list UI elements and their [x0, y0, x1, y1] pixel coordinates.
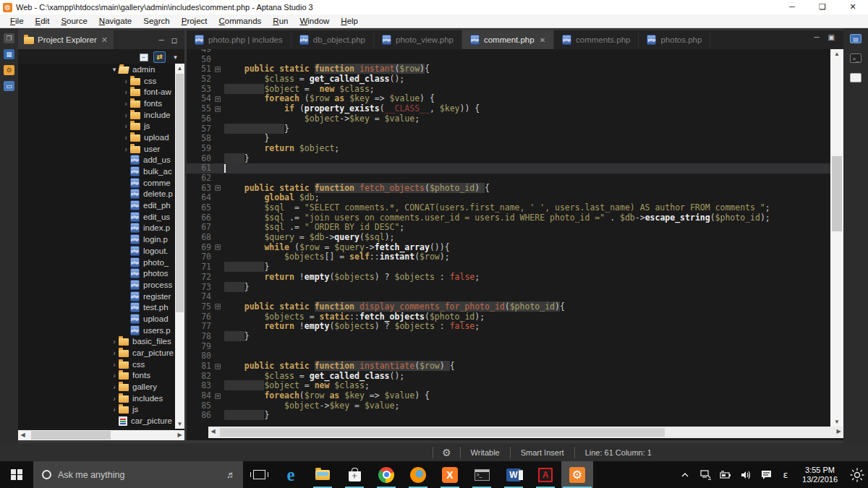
code-line-70[interactable]: 70 $objects[] = self::instant($row);	[187, 252, 830, 262]
expand-arrow-icon[interactable]: ›	[122, 133, 130, 142]
expand-arrow-icon[interactable]: ›	[110, 371, 119, 380]
menu-source[interactable]: Source	[55, 15, 93, 27]
collapse-all-icon[interactable]: −	[137, 51, 150, 63]
taskbar-app-firefox[interactable]	[402, 461, 434, 488]
menu-edit[interactable]: Edit	[30, 15, 56, 27]
editor-vertical-scrollbar[interactable]: ▲ ▼	[830, 49, 843, 427]
fold-marker-icon[interactable]: −	[215, 185, 221, 191]
microphone-icon[interactable]: ♬	[226, 469, 236, 480]
expand-arrow-icon[interactable]: ›	[110, 348, 119, 357]
taskbar-app-task-view[interactable]	[243, 461, 275, 488]
hidden-icons-chevron[interactable]	[676, 470, 694, 480]
tab-close-icon[interactable]: ✕	[540, 36, 545, 44]
tree-horizontal-scrollbar[interactable]: ◀ ▶	[18, 430, 184, 440]
console-view-icon[interactable]: ▤	[850, 34, 861, 43]
code-line-85[interactable]: 85 $object->$key = $value;	[187, 401, 830, 411]
editor-tab-comments.php[interactable]: phpcomments.php	[554, 30, 639, 49]
code-line-69[interactable]: 69− while ($row = $query->fetch_array())…	[187, 243, 830, 253]
menu-commands[interactable]: Commands	[213, 15, 268, 27]
code-line-82[interactable]: 82 $class = get_called_class();	[187, 372, 830, 382]
scroll-down-icon[interactable]: ▼	[175, 419, 184, 429]
scroll-down-icon[interactable]: ▼	[830, 417, 843, 427]
tree-item-car-picture[interactable]: car_picture	[18, 415, 184, 427]
fold-marker-icon[interactable]: −	[215, 67, 221, 72]
code-line-83[interactable]: 83 $object = new $class;	[187, 381, 830, 391]
view-menu-icon[interactable]: ▼	[169, 51, 182, 63]
editor-hscroll-thumb[interactable]	[220, 428, 665, 437]
code-line-60[interactable]: 60 }	[187, 154, 830, 164]
expand-arrow-icon[interactable]: ›	[122, 145, 130, 153]
expand-arrow-icon[interactable]: ›	[122, 87, 130, 96]
code-line-72[interactable]: 72 return !empty($objects) ? $objects : …	[187, 273, 830, 283]
code-line-80[interactable]: 80	[187, 351, 830, 361]
tree-item-edit-ph[interactable]: phpedit_ph	[18, 200, 184, 211]
code-line-52[interactable]: 52 $class = get_called_class();	[187, 74, 830, 85]
code-line-54[interactable]: 54− foreach ($row as $key => $value) {	[187, 94, 830, 104]
tree-item-users-p[interactable]: phpusers.p	[18, 325, 184, 336]
language-indicator[interactable]: ε	[778, 469, 793, 480]
battery-icon[interactable]	[717, 471, 734, 479]
code-line-50[interactable]: 50	[187, 55, 830, 65]
code-line-58[interactable]: 58 }	[187, 134, 830, 144]
taskbar-app-chrome[interactable]	[370, 461, 402, 488]
taskbar-app-aptana[interactable]: ⚙	[561, 461, 593, 488]
tree-item-index-p[interactable]: phpindex.p	[18, 223, 184, 234]
code-line-66[interactable]: 66 $sql .= "join users on comments.user_…	[187, 213, 830, 223]
tree-item-photo-[interactable]: phpphoto_	[18, 257, 184, 268]
tree-item-logout-[interactable]: phplogout.	[18, 245, 184, 257]
code-line-51[interactable]: 51− public static function instant($row)…	[187, 64, 830, 74]
code-line-84[interactable]: 84− foreach($row as $key => $value) {	[187, 391, 830, 401]
fold-marker-icon[interactable]: −	[215, 364, 221, 369]
code-line-78[interactable]: 78 }	[187, 332, 830, 342]
taskbar-app-acrobat[interactable]: A	[529, 461, 561, 488]
code-line-57[interactable]: 57 }	[187, 124, 830, 134]
status-gear-icon[interactable]: ⚙	[433, 447, 460, 458]
code-line-73[interactable]: 73 }	[187, 283, 830, 293]
tree-item-edit-us[interactable]: phpedit_us	[18, 211, 184, 223]
tree-item-basic-files[interactable]: ›basic_files	[18, 336, 184, 348]
code-line-86[interactable]: 86 }	[187, 411, 830, 421]
fold-marker-icon[interactable]: −	[215, 106, 221, 112]
minimize-button[interactable]: ─	[777, 0, 807, 14]
tree-item-gallery[interactable]: ›gallery	[18, 381, 184, 393]
code-line-62[interactable]: 62	[187, 174, 830, 184]
code-line-64[interactable]: 64 global $db;	[187, 193, 830, 203]
tree-vertical-scrollbar[interactable]: ▲ ▼	[175, 64, 184, 429]
restore-view-icon[interactable]: ❐	[4, 33, 14, 43]
network-icon[interactable]	[697, 470, 714, 480]
scroll-up-icon[interactable]: ▲	[830, 49, 843, 59]
tree-item-test-ph[interactable]: phptest.ph	[18, 301, 184, 313]
taskbar-app-store[interactable]	[339, 461, 370, 488]
scroll-left-icon[interactable]: ◀	[18, 430, 27, 440]
expand-arrow-icon[interactable]: ›	[110, 360, 119, 369]
outline-view-icon[interactable]	[850, 73, 861, 82]
tree-item-js[interactable]: ›js	[18, 404, 184, 416]
code-line-75[interactable]: 75− public static function display_comme…	[187, 302, 830, 312]
web-perspective-icon[interactable]: ⚙	[4, 65, 14, 75]
code-line-61[interactable]: 61	[187, 163, 830, 174]
restore-button[interactable]: ❏	[807, 0, 838, 14]
search-input[interactable]	[58, 470, 203, 480]
tree-item-admin[interactable]: ▾admin	[18, 64, 184, 75]
code-line-71[interactable]: 71 }	[187, 262, 830, 273]
editor-tab-photo.php[interactable]: phpphoto.php | includes	[187, 30, 292, 49]
terminal-view-icon[interactable]: >_	[850, 53, 861, 63]
project-explorer-tab[interactable]: Project Explorer ✕	[18, 30, 114, 49]
taskbar-app-cmd[interactable]	[466, 461, 498, 488]
tree-item-process[interactable]: phpprocess	[18, 279, 184, 291]
tree-item-delete-p[interactable]: phpdelete.p	[18, 189, 184, 200]
code-line-67[interactable]: 67 $sql .= " ORDER BY id DESC";	[187, 223, 830, 233]
tree-item-includes[interactable]: ›includes	[18, 393, 184, 404]
code-line-59[interactable]: 59 return $object;	[187, 144, 830, 154]
volume-icon[interactable]	[737, 470, 754, 480]
menu-file[interactable]: File	[4, 15, 30, 27]
editor-tab-photos.php[interactable]: phpphotos.php	[639, 30, 710, 49]
tree-item-photos[interactable]: phpphotos	[18, 267, 184, 279]
expand-arrow-icon[interactable]: ›	[110, 382, 119, 391]
expand-arrow-icon[interactable]: ›	[122, 99, 130, 108]
tree-item-js[interactable]: ›js	[18, 120, 184, 132]
menu-run[interactable]: Run	[267, 15, 294, 27]
tree-item-include[interactable]: ›include	[18, 109, 184, 121]
scroll-right-icon[interactable]: ▶	[834, 427, 843, 436]
code-line-68[interactable]: 68 $query = $db->query($sql);	[187, 233, 830, 243]
